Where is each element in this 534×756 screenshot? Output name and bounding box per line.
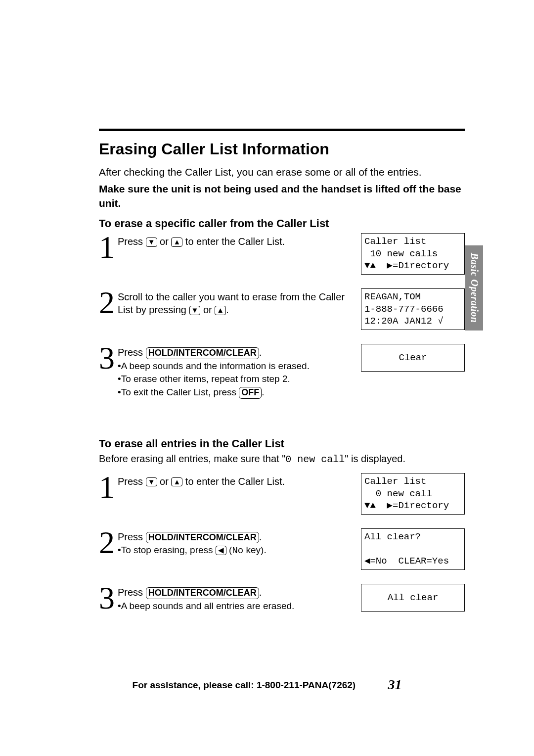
step-text: Press ▼ or ▲ to enter the Caller List. <box>118 233 361 248</box>
page-title: Erasing Caller List Information <box>99 140 465 158</box>
lcd-line: Caller list <box>364 476 426 487</box>
text: or <box>200 304 215 315</box>
text: to enter the Caller List. <box>182 476 285 487</box>
section-b-step-1: 1 Press ▼ or ▲ to enter the Caller List.… <box>99 473 465 515</box>
lcd-text: =Directory <box>393 500 449 511</box>
text: . <box>226 304 229 315</box>
section-b-step-2: 2 Press HOLD/INTERCOM/CLEAR. •To stop er… <box>99 528 465 570</box>
lcd-display: All clear <box>361 584 465 612</box>
section-a-step-1: 1 Press ▼ or ▲ to enter the Caller List.… <box>99 233 465 275</box>
section-a-step-3: 3 Press HOLD/INTERCOM/CLEAR. •A beep sou… <box>99 344 465 399</box>
text: to enter the Caller List. <box>182 236 285 247</box>
lcd-line: REAGAN,TOM <box>364 291 421 302</box>
step-number: 2 <box>99 288 116 317</box>
step-text: Press HOLD/INTERCOM/CLEAR. •To stop eras… <box>118 528 361 557</box>
lcd-line: 12:20A JAN12 √ <box>364 316 444 327</box>
off-key: OFF <box>239 387 262 399</box>
step-text: Press HOLD/INTERCOM/CLEAR. •A beep sound… <box>118 584 361 612</box>
step-number: 1 <box>99 473 116 502</box>
lcd-arrows: ▼▲ <box>364 500 387 511</box>
text: key). <box>243 545 266 555</box>
text: Press <box>118 587 146 598</box>
lcd-display: Clear <box>361 344 465 372</box>
up-key-icon: ▲ <box>215 306 226 315</box>
step-number: 1 <box>99 233 116 262</box>
lcd-line: ◀=No CLEAR=Yes <box>364 556 449 567</box>
lcd-display: All clear? ◀=No CLEAR=Yes <box>361 528 465 570</box>
section-a-step-2: 2 Scroll to the caller you want to erase… <box>99 288 465 330</box>
down-key-icon: ▼ <box>189 306 201 315</box>
lcd-display: Caller list 10 new calls ▼▲ ▶=Directory <box>361 233 465 275</box>
section-b-step-3: 3 Press HOLD/INTERCOM/CLEAR. •A beep sou… <box>99 584 465 613</box>
text: . <box>262 387 264 397</box>
text: •To stop erasing, press <box>118 545 216 555</box>
hold-intercom-clear-key: HOLD/INTERCOM/CLEAR <box>146 347 259 359</box>
lcd-arrows: ▼▲ <box>364 260 387 271</box>
down-key-icon: ▼ <box>146 237 157 247</box>
text: . <box>259 587 262 598</box>
text: Press <box>118 236 146 247</box>
right-arrow-icon: ▶ <box>387 260 393 271</box>
lcd-line: ▼▲ ▶=Directory <box>364 500 449 511</box>
section-b-note: Before erasing all entries, make sure th… <box>99 453 465 465</box>
up-key-icon: ▲ <box>171 237 182 247</box>
lcd-line: All clear <box>388 592 439 604</box>
intro-text: After checking the Caller List, you can … <box>99 165 465 179</box>
footer-assistance: For assistance, please call: 1-800-211-P… <box>133 680 356 690</box>
lcd-line: Clear <box>399 352 427 364</box>
hold-intercom-clear-key: HOLD/INTERCOM/CLEAR <box>146 587 259 599</box>
section-divider <box>99 129 465 131</box>
text: Press <box>118 531 146 542</box>
lcd-line: All clear? <box>364 531 421 542</box>
text: Scroll to the caller you want to erase f… <box>118 291 345 315</box>
section-tab: Basic Operation <box>465 245 483 331</box>
text: " is displayed. <box>345 453 405 464</box>
page-footer: For assistance, please call: 1-800-211-P… <box>0 677 534 693</box>
step-text: Press ▼ or ▲ to enter the Caller List. <box>118 473 361 488</box>
text: •To exit the Caller List, press <box>118 387 239 397</box>
lcd-line: ▼▲ ▶=Directory <box>364 260 449 271</box>
step-number: 3 <box>99 344 116 373</box>
step-number: 3 <box>99 584 116 613</box>
down-key-icon: ▼ <box>146 477 157 487</box>
lcd-display: Caller list 0 new call ▼▲ ▶=Directory <box>361 473 465 515</box>
mono-text: No <box>232 545 243 556</box>
text: ( <box>226 545 232 555</box>
intro-warning: Make sure the unit is not being used and… <box>99 182 465 210</box>
text: Press <box>118 347 146 358</box>
lcd-text: =Directory <box>393 260 449 271</box>
lcd-display: REAGAN,TOM 1-888-777-6666 12:20A JAN12 √ <box>361 288 465 330</box>
right-arrow-icon: ▶ <box>387 500 393 511</box>
step-number: 2 <box>99 528 116 557</box>
hold-intercom-clear-key: HOLD/INTERCOM/CLEAR <box>146 532 259 544</box>
lcd-line: 0 new call <box>364 488 432 499</box>
left-key-icon: ◀ <box>216 546 226 555</box>
page-number: 31 <box>388 677 401 692</box>
section-b-title: To erase all entries in the Caller List <box>99 437 465 450</box>
bullet-text: •To stop erasing, press ◀ (No key). <box>118 544 353 557</box>
text: . <box>259 531 262 542</box>
bullet-text: •A beep sounds and all entries are erase… <box>118 600 353 613</box>
text: . <box>259 347 262 358</box>
bullet-text: •A beep sounds and the information is er… <box>118 360 353 373</box>
step-text: Scroll to the caller you want to erase f… <box>118 288 361 316</box>
text: Before erasing all entries, make sure th… <box>99 453 285 464</box>
bullet-text: •To erase other items, repeat from step … <box>118 373 353 385</box>
up-key-icon: ▲ <box>171 477 182 487</box>
step-text: Press HOLD/INTERCOM/CLEAR. •A beep sound… <box>118 344 361 399</box>
mono-text: 0 new call <box>285 454 345 465</box>
text: Press <box>118 476 146 487</box>
text: or <box>157 476 172 487</box>
lcd-line: 10 new calls <box>364 248 438 259</box>
lcd-line: 1-888-777-6666 <box>364 304 444 315</box>
section-a-title: To erase a specific caller from the Call… <box>99 217 465 230</box>
bullet-text: •To exit the Caller List, press OFF. <box>118 386 353 399</box>
lcd-line: Caller list <box>364 236 426 247</box>
text: or <box>157 236 172 247</box>
